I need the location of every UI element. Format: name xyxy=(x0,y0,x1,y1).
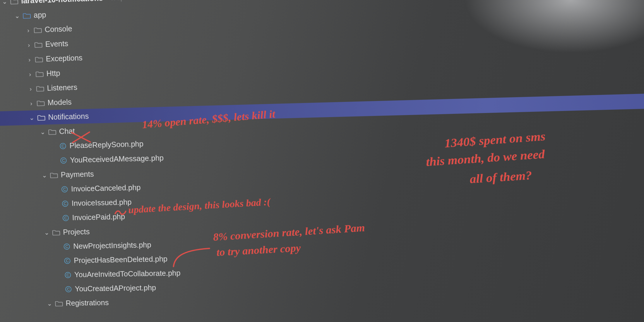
folder-icon xyxy=(35,56,43,62)
svg-text:C: C xyxy=(67,287,70,291)
folder-label: Http xyxy=(46,69,60,78)
svg-text:C: C xyxy=(64,201,67,206)
php-class-icon: C xyxy=(64,271,71,278)
folder-icon xyxy=(48,128,56,135)
svg-text:C: C xyxy=(64,215,67,220)
chevron-right-icon[interactable]: › xyxy=(27,100,35,107)
chevron-down-icon[interactable]: ⌄ xyxy=(40,172,48,179)
folder-label: Exceptions xyxy=(46,54,83,63)
php-class-icon: C xyxy=(59,142,66,150)
chevron-right-icon[interactable]: › xyxy=(26,70,34,78)
folder-icon xyxy=(55,300,63,306)
php-class-icon: C xyxy=(62,214,69,221)
root-path: ~/repos/laravel-10-notifications xyxy=(107,0,211,2)
project-tree[interactable]: ⌄ laravel-10-notifications ~/repos/larav… xyxy=(0,0,644,311)
php-class-icon: C xyxy=(64,257,71,264)
file-label: ProjectHasBeenDeleted.php xyxy=(74,255,168,265)
folder-icon xyxy=(37,114,45,121)
php-class-icon: C xyxy=(61,186,68,193)
folder-icon xyxy=(34,26,42,33)
chevron-right-icon[interactable]: › xyxy=(27,85,35,92)
folder-icon xyxy=(35,41,42,48)
svg-text:C: C xyxy=(61,143,65,148)
file-label: YouAreInvitedToCollaborate.php xyxy=(74,269,180,279)
php-class-icon: C xyxy=(60,157,67,164)
folder-icon xyxy=(37,100,45,106)
file-label: YouReceivedAMessage.php xyxy=(70,154,164,165)
folder-label: Events xyxy=(45,39,68,49)
folder-label: Projects xyxy=(63,227,90,237)
root-name: laravel-10-notifications xyxy=(21,0,103,5)
folder-label: Console xyxy=(44,24,72,34)
cross-out-icon xyxy=(70,130,92,144)
chevron-right-icon[interactable]: › xyxy=(25,56,33,63)
file-label: NewProjectInsights.php xyxy=(73,241,151,251)
svg-text:C: C xyxy=(62,158,65,163)
php-class-icon: C xyxy=(61,200,69,207)
chevron-down-icon[interactable]: ⌄ xyxy=(28,114,36,121)
folder-icon xyxy=(52,229,60,236)
php-class-icon: C xyxy=(65,285,72,292)
folder-icon xyxy=(36,85,44,92)
svg-text:C: C xyxy=(66,273,69,277)
folder-label: Payments xyxy=(61,170,94,179)
chevron-down-icon[interactable]: ⌄ xyxy=(39,128,47,136)
folder-label: Registrations xyxy=(66,299,109,308)
chevron-right-icon[interactable]: › xyxy=(24,26,32,34)
folder-open-icon xyxy=(23,12,31,19)
folder-label: app xyxy=(33,11,46,20)
folder-icon xyxy=(10,0,18,5)
file-label: InvoiceCanceled.php xyxy=(71,183,141,193)
folder-icon xyxy=(50,172,58,178)
file-label: YouCreatedAProject.php xyxy=(75,283,156,293)
chevron-right-icon[interactable]: › xyxy=(25,41,33,48)
svg-text:C: C xyxy=(63,187,66,191)
svg-text:C: C xyxy=(65,244,68,249)
folder-label: Listeners xyxy=(47,83,78,92)
chevron-down-icon[interactable]: ⌄ xyxy=(43,229,51,236)
php-class-icon: C xyxy=(63,243,71,250)
svg-text:C: C xyxy=(66,258,69,263)
file-label: InvoiceIssued.php xyxy=(71,198,132,208)
chevron-down-icon[interactable]: ⌄ xyxy=(1,0,9,5)
folder-icon xyxy=(36,70,44,77)
chevron-down-icon[interactable]: ⌄ xyxy=(13,12,21,20)
chevron-down-icon[interactable]: ⌄ xyxy=(46,300,54,307)
folder-label: Notifications xyxy=(48,112,89,121)
annotation-squiggle-icon xyxy=(114,209,126,215)
annotation-arrow-icon xyxy=(171,246,210,267)
folder-label: Models xyxy=(47,98,72,107)
